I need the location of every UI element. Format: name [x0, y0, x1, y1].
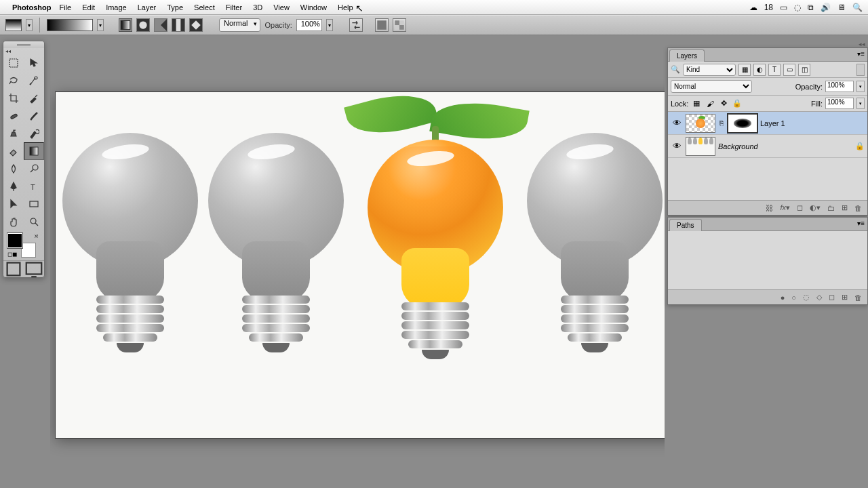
- gradient-picker-dropdown[interactable]: ▾: [97, 19, 104, 31]
- mask-link-icon[interactable]: ⎘: [718, 119, 725, 127]
- new-path-icon[interactable]: ⊞: [842, 293, 848, 302]
- new-group-icon[interactable]: 🗀: [827, 204, 835, 212]
- lock-position-icon[interactable]: ✥: [718, 98, 729, 109]
- sync-icon[interactable]: ◌: [794, 3, 801, 12]
- rectangle-tool[interactable]: [24, 195, 44, 213]
- path-to-selection-icon[interactable]: ◌: [803, 293, 810, 302]
- layer-thumbnail[interactable]: [686, 114, 715, 133]
- panel-collapse-icon[interactable]: ◂◂: [859, 41, 865, 47]
- add-mask-icon[interactable]: ◻: [797, 203, 803, 212]
- adjustment-layer-icon[interactable]: ◐▾: [810, 203, 821, 212]
- hand-tool[interactable]: [3, 213, 24, 230]
- layer-opacity-dropdown[interactable]: ▾: [856, 81, 865, 92]
- layer-blend-select[interactable]: Normal: [671, 80, 752, 93]
- eyedropper-tool[interactable]: [24, 89, 44, 107]
- filter-pixel-icon[interactable]: ▦: [738, 64, 751, 76]
- gradient-tool-icon[interactable]: [5, 19, 22, 31]
- crop-tool[interactable]: [3, 89, 24, 107]
- filter-smart-icon[interactable]: ◫: [798, 64, 810, 76]
- spotlight-icon[interactable]: 🔍: [852, 3, 863, 12]
- monitor-icon[interactable]: 🖥: [837, 3, 846, 12]
- layer-name[interactable]: Layer 1: [760, 119, 785, 127]
- menu-select[interactable]: Select: [194, 3, 215, 12]
- gradient-preview[interactable]: [47, 19, 93, 31]
- lock-all-icon[interactable]: 🔒: [732, 98, 743, 109]
- tools-drag-handle[interactable]: [3, 41, 44, 48]
- gradient-angle-button[interactable]: [154, 18, 167, 32]
- path-select-tool[interactable]: [3, 195, 24, 213]
- canvas[interactable]: [56, 92, 665, 438]
- swap-colors-icon[interactable]: ⤭: [34, 233, 39, 239]
- filter-adjust-icon[interactable]: ◐: [753, 64, 766, 76]
- paths-tab[interactable]: Paths: [669, 219, 702, 231]
- marquee-tool[interactable]: [3, 54, 24, 72]
- gradient-reflected-button[interactable]: [172, 18, 185, 32]
- tools-collapse-icon[interactable]: ◂◂: [3, 48, 44, 54]
- layers-tab[interactable]: Layers: [669, 49, 705, 62]
- brush-tool[interactable]: [24, 107, 44, 125]
- foreground-color[interactable]: [7, 233, 22, 248]
- add-mask-path-icon[interactable]: ◻: [829, 293, 835, 302]
- type-tool[interactable]: T: [24, 178, 44, 195]
- stroke-path-icon[interactable]: ○: [791, 293, 796, 302]
- filter-toggle[interactable]: [856, 64, 865, 76]
- menu-window[interactable]: Window: [300, 3, 327, 12]
- menu-layer[interactable]: Layer: [138, 3, 157, 12]
- layer-row[interactable]: 👁 ⎘ Layer 1: [668, 112, 867, 135]
- menu-view[interactable]: View: [273, 3, 290, 12]
- dodge-tool[interactable]: [24, 160, 44, 178]
- layer-locked-icon[interactable]: 🔒: [855, 142, 865, 150]
- app-name[interactable]: Photoshop: [12, 3, 51, 12]
- fill-field[interactable]: 100%: [825, 98, 854, 109]
- filter-search-icon[interactable]: 🔍: [671, 65, 680, 74]
- healing-brush-tool[interactable]: [3, 107, 24, 125]
- dropbox-icon[interactable]: ⧉: [808, 3, 814, 12]
- menu-3d[interactable]: 3D: [253, 3, 262, 12]
- cloud-sync-icon[interactable]: ☁: [749, 3, 757, 12]
- menu-edit[interactable]: Edit: [82, 3, 95, 12]
- layer-row[interactable]: 👁 Background 🔒: [668, 135, 867, 158]
- menu-type[interactable]: Type: [167, 3, 183, 12]
- new-layer-icon[interactable]: ⊞: [842, 203, 848, 212]
- default-colors-icon[interactable]: ◻◼: [7, 251, 17, 258]
- panel-menu-icon[interactable]: ▾≡: [857, 220, 865, 227]
- visibility-toggle[interactable]: 👁: [671, 141, 683, 151]
- link-layers-icon[interactable]: ⛓: [766, 204, 773, 212]
- layer-thumbnail[interactable]: [686, 137, 715, 156]
- blur-tool[interactable]: [3, 160, 24, 178]
- menu-help[interactable]: Help: [338, 3, 353, 12]
- filter-shape-icon[interactable]: ▭: [783, 64, 795, 76]
- selection-to-path-icon[interactable]: ◇: [816, 293, 822, 302]
- lock-transparency-icon[interactable]: ▦: [691, 98, 702, 109]
- delete-layer-icon[interactable]: 🗑: [854, 204, 862, 212]
- volume-icon[interactable]: 🔊: [821, 3, 831, 12]
- layer-fx-icon[interactable]: fx▾: [780, 203, 790, 212]
- fill-dropdown[interactable]: ▾: [856, 98, 865, 109]
- dither-button[interactable]: [375, 18, 389, 32]
- opacity-dropdown[interactable]: ▾: [326, 19, 333, 31]
- gradient-diamond-button[interactable]: [189, 18, 203, 32]
- lock-pixels-icon[interactable]: 🖌: [705, 98, 715, 109]
- menu-image[interactable]: Image: [106, 3, 127, 12]
- move-tool[interactable]: [24, 54, 44, 72]
- quick-select-tool[interactable]: [24, 72, 44, 89]
- opacity-field[interactable]: 100%: [296, 19, 322, 31]
- display-icon[interactable]: ▭: [780, 3, 787, 12]
- lasso-tool[interactable]: [3, 72, 24, 89]
- layer-name[interactable]: Background: [718, 142, 758, 150]
- gradient-radial-button[interactable]: [136, 18, 150, 32]
- fill-path-icon[interactable]: ●: [781, 293, 785, 302]
- delete-path-icon[interactable]: 🗑: [854, 293, 862, 302]
- gradient-linear-button[interactable]: [119, 18, 132, 32]
- eraser-tool[interactable]: [3, 142, 24, 160]
- pen-tool[interactable]: [3, 178, 24, 195]
- history-brush-tool[interactable]: [24, 125, 44, 142]
- visibility-toggle[interactable]: 👁: [671, 118, 683, 128]
- filter-type-icon[interactable]: T: [768, 64, 781, 76]
- blend-mode-select[interactable]: Normal: [219, 18, 260, 32]
- menu-file[interactable]: File: [59, 3, 71, 12]
- tool-preset-dropdown[interactable]: ▾: [26, 19, 33, 31]
- zoom-tool[interactable]: [24, 213, 44, 230]
- standard-mode-button[interactable]: [3, 261, 24, 277]
- reverse-gradient-button[interactable]: [349, 18, 363, 32]
